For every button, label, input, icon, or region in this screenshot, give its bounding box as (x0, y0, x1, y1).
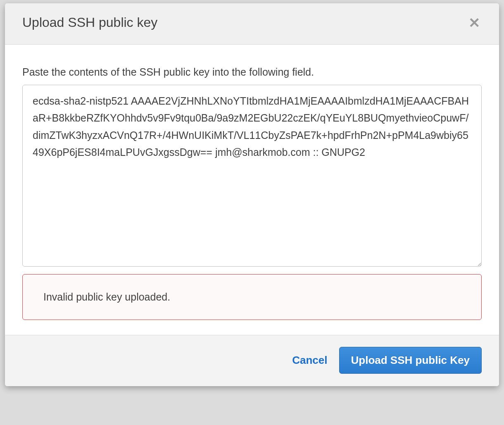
modal-body: Paste the contents of the SSH public key… (5, 45, 499, 335)
ssh-key-textarea[interactable] (22, 85, 482, 267)
instruction-text: Paste the contents of the SSH public key… (22, 66, 482, 78)
background-heading: SSH keys for AWS CodeCommit (29, 414, 207, 425)
close-icon: ✕ (468, 15, 480, 31)
modal-title: Upload SSH public key (22, 15, 157, 30)
upload-ssh-key-modal: Upload SSH public key ✕ Paste the conten… (5, 3, 499, 386)
modal-backdrop: SSH keys for AWS CodeCommit Upload SSH p… (0, 0, 504, 425)
error-alert: Invalid public key uploaded. (22, 274, 482, 320)
modal-header: Upload SSH public key ✕ (5, 3, 499, 45)
close-button[interactable]: ✕ (467, 16, 482, 30)
upload-button[interactable]: Upload SSH public Key (339, 347, 482, 374)
modal-footer: Cancel Upload SSH public Key (5, 335, 499, 386)
cancel-button[interactable]: Cancel (292, 354, 327, 367)
error-message: Invalid public key uploaded. (43, 291, 461, 303)
